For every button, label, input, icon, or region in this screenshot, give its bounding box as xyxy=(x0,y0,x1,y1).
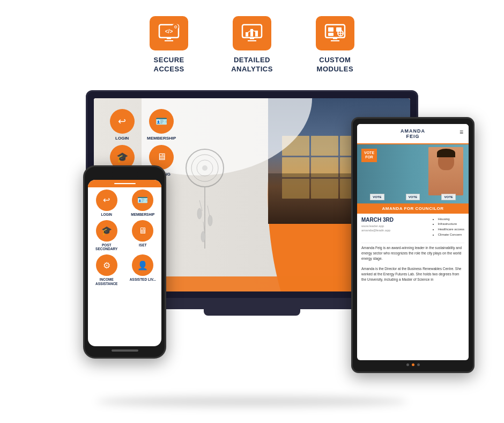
tablet-email: amanda@leadn.app xyxy=(361,229,428,232)
phone-icon-assisted: 👤 ASSISTED LIV... xyxy=(127,254,160,286)
phone-device: ↩ LOGIN 🪪 MEMBERSHIP 🎓 POST SECONDARY 🖥 … xyxy=(83,165,166,359)
tablet-portrait xyxy=(428,147,463,195)
vote-sign-2: VOTE xyxy=(406,194,420,200)
phone-income-label: INCOME ASSISTANCE xyxy=(95,278,117,286)
phone-header-line xyxy=(114,183,136,184)
phone-membership-label: MEMBERSHIP xyxy=(131,213,154,217)
tablet-dot-1 xyxy=(406,363,409,366)
phone-icons-grid: ↩ LOGIN 🪪 MEMBERSHIP 🎓 POST SECONDARY 🖥 … xyxy=(88,187,161,288)
code-monitor-icon: </> ⚙ xyxy=(158,24,180,43)
tablet-date: MARCH 3RD xyxy=(361,217,428,223)
svg-point-34 xyxy=(201,231,205,242)
laptop-membership-circle: 🪪 xyxy=(149,109,174,134)
phone-iset-circle: 🖥 xyxy=(132,220,153,242)
phone-income-circle: ⚙ xyxy=(96,254,117,276)
phone-icon-iset: 🖥 ISET xyxy=(127,220,160,252)
phone-icon-post-secondary: 🎓 POST SECONDARY xyxy=(90,220,123,252)
svg-point-33 xyxy=(208,215,212,226)
phone-assisted-circle: 👤 xyxy=(132,254,153,276)
svg-rect-20 xyxy=(328,33,333,36)
custom-modules-feature: CUSTOMMODULES xyxy=(316,16,354,74)
phone-notch xyxy=(112,172,138,177)
tablet-header: AMANDA FEIG ≡ xyxy=(357,124,469,144)
svg-point-32 xyxy=(197,208,202,219)
svg-text:⚙: ⚙ xyxy=(174,25,177,30)
phone-post-secondary-circle: 🎓 xyxy=(96,220,117,242)
tablet-vote-for-badge: VOTE FOR xyxy=(361,149,377,162)
phone-icon-membership: 🪪 MEMBERSHIP xyxy=(127,189,160,217)
phone-screen: ↩ LOGIN 🪪 MEMBERSHIP 🎓 POST SECONDARY 🖥 … xyxy=(88,180,161,346)
phone-body: ↩ LOGIN 🪪 MEMBERSHIP 🎓 POST SECONDARY 🖥 … xyxy=(83,165,166,359)
laptop-login-label: LOGIN xyxy=(115,136,129,141)
phone-post-secondary-label: POST SECONDARY xyxy=(95,243,117,252)
phone-membership-circle: 🪪 xyxy=(132,189,153,211)
vote-sign-1: VOTE xyxy=(370,194,384,200)
phone-icon-login: ↩ LOGIN xyxy=(90,189,123,217)
tablet-website: www.leader.app xyxy=(361,224,428,228)
detailed-analytics-icon-box xyxy=(233,16,271,50)
tablet-date-column: MARCH 3RD www.leader.app amanda@leadn.ap… xyxy=(361,217,428,237)
analytics-monitor-icon xyxy=(241,24,263,43)
secure-access-icon-box: </> ⚙ xyxy=(150,16,188,50)
laptop-icon-membership: 🪪 MEMBERSHIP xyxy=(144,109,179,141)
laptop-login-circle: ↩ xyxy=(110,109,135,134)
tablet-bullets-column: Housing Infrastructure Healthcare access… xyxy=(433,217,464,237)
custom-modules-icon-box xyxy=(316,16,354,50)
phone-assisted-label: ASSISTED LIV... xyxy=(130,278,156,282)
phone-login-label: LOGIN xyxy=(101,213,112,217)
laptop-stand xyxy=(204,309,300,316)
dreamcatcher-svg xyxy=(178,141,232,249)
svg-text:</>: </> xyxy=(165,28,173,34)
custom-modules-label: CUSTOMMODULES xyxy=(317,56,354,74)
phone-header-bar xyxy=(88,180,161,187)
secure-access-feature: </> ⚙ SECUREACCESS xyxy=(150,16,188,74)
laptop-membership-label: MEMBERSHIP xyxy=(147,136,176,141)
laptop-shadow xyxy=(97,396,407,407)
tablet-info-row: MARCH 3RD www.leader.app amanda@leadn.ap… xyxy=(357,214,469,240)
modules-monitor-icon xyxy=(324,24,346,43)
phone-home-bar xyxy=(112,349,138,352)
tablet-hamburger-icon[interactable]: ≡ xyxy=(459,128,463,136)
tablet-name-line2: FEIG xyxy=(361,134,464,139)
tablet-dot-2 xyxy=(412,363,414,366)
laptop-icon-login: ↩ LOGIN xyxy=(105,109,139,141)
tablet-name-line1: AMANDA xyxy=(361,128,464,134)
tablet-body: AMANDA FEIG ≡ VOTE FOR xyxy=(351,117,475,373)
vote-sign-3: VOTE xyxy=(441,194,455,200)
tablet-bio-text: Amanda Feig is an award-winning leader i… xyxy=(357,245,469,282)
detailed-analytics-feature: DETAILEDANALYTICS xyxy=(231,16,273,74)
tablet-home-indicator xyxy=(357,363,469,366)
tablet-hero-section: VOTE FOR VOTE VOTE VOTE xyxy=(357,144,469,203)
svg-point-27 xyxy=(202,165,207,171)
phone-icon-income: ⚙ INCOME ASSISTANCE xyxy=(90,254,123,286)
tablet-candidate-bar: AMANDA FOR COUNCILOR xyxy=(357,203,469,214)
svg-rect-18 xyxy=(328,27,333,32)
tablet-dot-3 xyxy=(417,363,420,366)
tablet-person-face xyxy=(428,147,463,195)
phone-iset-label: ISET xyxy=(139,243,146,247)
detailed-analytics-label: DETAILEDANALYTICS xyxy=(231,56,273,74)
phone-login-circle: ↩ xyxy=(96,189,117,211)
tablet-candidate-label: AMANDA FOR COUNCILOR xyxy=(382,206,443,211)
features-section: </> ⚙ SECUREACCESS DETAILEDANALYTICS xyxy=(0,0,504,74)
tablet-screen: AMANDA FEIG ≡ VOTE FOR xyxy=(357,124,469,360)
tablet-vote-signs: VOTE VOTE VOTE xyxy=(357,194,469,200)
devices-showcase: ↩ LOGIN 🪪 MEMBERSHIP 🎓 POST SECONDARY xyxy=(0,85,504,407)
secure-access-label: SECUREACCESS xyxy=(154,56,184,74)
tablet-device: AMANDA FEIG ≡ VOTE FOR xyxy=(351,117,475,373)
tablet-divider xyxy=(361,243,464,243)
